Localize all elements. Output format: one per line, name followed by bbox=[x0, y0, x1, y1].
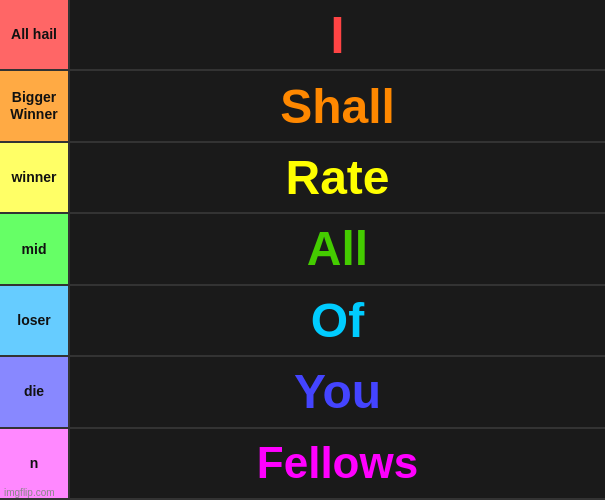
tier-row-mid: midAll bbox=[0, 214, 605, 285]
tier-list: All hailIBigger WinnerShallwinnerRatemid… bbox=[0, 0, 605, 500]
tier-text-all-hail: I bbox=[330, 5, 344, 65]
tier-text-winner: Rate bbox=[285, 150, 389, 205]
tier-label-all-hail: All hail bbox=[0, 0, 70, 69]
tier-text-bigger-winner: Shall bbox=[280, 79, 395, 134]
tier-label-loser: loser bbox=[0, 286, 70, 355]
tier-label-bigger-winner: Bigger Winner bbox=[0, 71, 70, 140]
tier-row-all-hail: All hailI bbox=[0, 0, 605, 71]
watermark: imgflip.com bbox=[4, 487, 55, 498]
tier-row-n: nFellows bbox=[0, 429, 605, 500]
tier-text-die: You bbox=[294, 364, 381, 419]
tier-content-mid: All bbox=[70, 214, 605, 283]
tier-row-die: dieYou bbox=[0, 357, 605, 428]
tier-label-die: die bbox=[0, 357, 70, 426]
tier-text-mid: All bbox=[307, 221, 368, 276]
tier-content-n: Fellows bbox=[70, 429, 605, 498]
tier-text-n: Fellows bbox=[257, 438, 418, 488]
tier-content-all-hail: I bbox=[70, 0, 605, 69]
tier-row-loser: loserOf bbox=[0, 286, 605, 357]
tier-row-bigger-winner: Bigger WinnerShall bbox=[0, 71, 605, 142]
tier-content-die: You bbox=[70, 357, 605, 426]
tier-row-winner: winnerRate bbox=[0, 143, 605, 214]
tier-label-mid: mid bbox=[0, 214, 70, 283]
tier-content-bigger-winner: Shall bbox=[70, 71, 605, 140]
tier-content-loser: Of bbox=[70, 286, 605, 355]
tier-label-winner: winner bbox=[0, 143, 70, 212]
tier-text-loser: Of bbox=[311, 293, 364, 348]
tier-content-winner: Rate bbox=[70, 143, 605, 212]
